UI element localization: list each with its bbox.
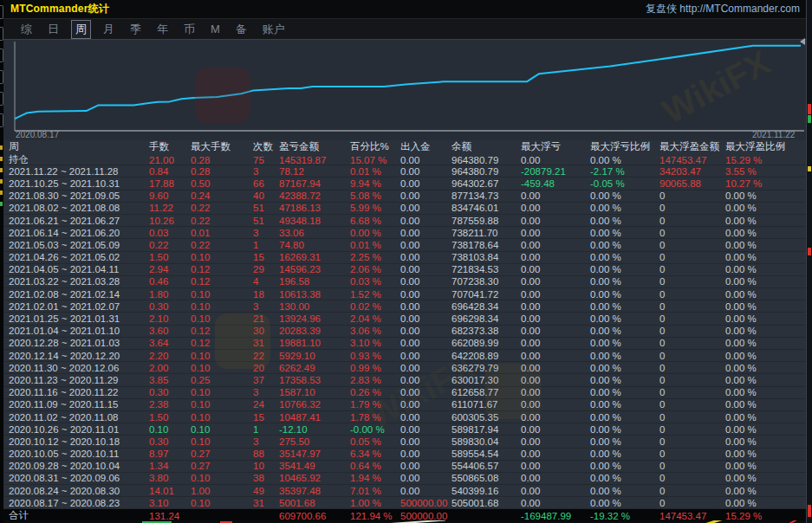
table-row[interactable]: 2020.09.28 ~ 2020.10.041.340.27103541.49… — [3, 461, 807, 473]
menu-item-M[interactable]: M — [207, 22, 224, 36]
cell: 2020.11.23 ~ 2020.11.29 — [9, 375, 149, 385]
table-row[interactable]: 2021.06.21 ~ 2021.06.2710.260.225149348.… — [3, 215, 807, 227]
menu-item-周[interactable]: 周 — [71, 20, 91, 39]
table-row[interactable]: 2020.08.24 ~ 2020.08.3014.011.004935397.… — [3, 485, 807, 497]
cell: 0.01 — [191, 228, 253, 238]
column-header[interactable]: 最大浮盈金额 — [659, 140, 725, 153]
menu-item-备[interactable]: 备 — [232, 21, 250, 38]
cell: -0.00 % — [350, 424, 400, 435]
brand-link[interactable]: 复盘侠 http://MTCommander.com — [646, 2, 800, 16]
menu-item-币[interactable]: 币 — [180, 21, 198, 38]
cell: 3.55 % — [725, 166, 807, 177]
table-row[interactable]: 2020.08.17 ~ 2020.08.233.100.10315001.68… — [3, 497, 807, 509]
table-row[interactable]: 2021.08.30 ~ 2021.09.059.600.244042388.7… — [3, 190, 807, 203]
table-row[interactable]: 2021.02.08 ~ 2021.02.141.800.101810613.3… — [3, 288, 807, 300]
cell: 0.00 — [521, 412, 590, 423]
column-header[interactable]: 最大手数 — [191, 140, 253, 153]
menu-item-综[interactable]: 综 — [17, 21, 36, 38]
table-row[interactable]: 2021.10.25 ~ 2021.10.3117.880.506687167.… — [3, 178, 807, 190]
table-row[interactable]: 2020.12.14 ~ 2020.12.202.200.10225929.10… — [3, 350, 807, 362]
table-row[interactable]: 2020.10.26 ~ 2020.11.010.100.101-12.10-0… — [3, 423, 807, 436]
table-row[interactable]: 2020.08.31 ~ 2020.09.063.800.103810465.9… — [3, 473, 807, 485]
table-row[interactable]: 2021.03.22 ~ 2021.03.280.460.124196.580.… — [3, 276, 807, 288]
menu-item-日[interactable]: 日 — [44, 21, 62, 38]
cell: 0.00 % — [590, 313, 659, 324]
table-row[interactable]: 2021.06.14 ~ 2021.06.200.030.01333.060.0… — [3, 227, 807, 239]
cell: 20283.39 — [279, 326, 350, 336]
cell: 0.00 % — [590, 240, 659, 250]
cell: 0 — [659, 449, 725, 459]
cell: 0.03 % — [350, 276, 400, 287]
cell: 34203.47 — [659, 166, 725, 177]
column-header[interactable]: 最大浮亏 — [521, 140, 590, 153]
cell: 2021.04.05 ~ 2021.04.11 — [9, 264, 149, 274]
column-header[interactable]: 手数 — [149, 140, 191, 153]
cell: 3 — [253, 301, 279, 312]
table-row[interactable]: 2021.04.26 ~ 2021.05.021.500.101516269.3… — [3, 252, 807, 264]
cell: 0.00 — [400, 190, 451, 201]
edge-tick — [808, 166, 811, 171]
menu-item-年[interactable]: 年 — [153, 21, 172, 38]
menu-item-季[interactable]: 季 — [127, 21, 145, 38]
column-header[interactable]: 次数 — [253, 140, 279, 153]
cell: 0.00 — [400, 449, 451, 459]
column-header[interactable]: 最大浮亏比例 — [590, 140, 659, 153]
table-row[interactable]: 2021.04.05 ~ 2021.04.112.940.122914596.2… — [3, 264, 807, 276]
table-row[interactable]: 2021.01.25 ~ 2021.01.312.100.102113924.9… — [3, 313, 807, 325]
table-row[interactable]: 2020.11.16 ~ 2020.11.220.300.1031587.100… — [3, 387, 807, 399]
cell: 3.10 % — [350, 338, 400, 348]
cell: 0.00 — [400, 473, 451, 483]
cell: 5929.10 — [279, 351, 350, 361]
splitter-arrow-icon[interactable] — [800, 38, 805, 45]
table-row[interactable]: 2020.12.28 ~ 2021.01.033.640.123119881.1… — [3, 338, 807, 350]
cell: 3 — [253, 228, 279, 238]
column-header[interactable]: 盈亏金额 — [279, 140, 350, 153]
chart-x-start-label: 2020.08.17 — [16, 130, 59, 139]
cell: 662089.99 — [451, 338, 521, 348]
cell: 15 — [253, 252, 279, 262]
cell: 0 — [659, 363, 725, 373]
cell: 0.00 % — [725, 338, 807, 348]
menu-item-月[interactable]: 月 — [100, 21, 118, 38]
cell: 30 — [253, 326, 279, 336]
column-header[interactable]: 出入金 — [400, 140, 451, 153]
cell: 2.20 — [149, 351, 191, 361]
menu-item-账户[interactable]: 账户 — [259, 21, 289, 38]
table-row[interactable]: 2021.05.03 ~ 2021.05.090.220.22174.800.0… — [3, 239, 807, 251]
table-row[interactable]: 2021.08.02 ~ 2021.08.0811.220.225147186.… — [3, 203, 807, 215]
table-row[interactable]: 2020.11.30 ~ 2020.12.062.000.10206262.49… — [3, 362, 807, 374]
table-row[interactable]: 2020.10.05 ~ 2020.10.118.970.278835147.9… — [3, 449, 807, 461]
cell: 0.00 % — [590, 461, 659, 471]
table-row[interactable]: 2021.01.04 ~ 2021.01.103.600.123020283.3… — [3, 326, 807, 338]
column-header[interactable]: 周 — [9, 140, 149, 153]
column-header[interactable]: 余额 — [451, 140, 521, 153]
cell: 0.99 % — [350, 363, 400, 373]
table-row[interactable]: 2020.11.09 ~ 2020.11.152.380.102410766.3… — [3, 399, 807, 411]
table-body: 持仓21.000.2875145319.8715.07 %0.00964380.… — [3, 153, 807, 521]
table-row[interactable]: 2021.11.22 ~ 2021.11.280.840.28378.120.0… — [3, 165, 807, 178]
cell: 0.00 — [521, 387, 590, 397]
cell: 0.00 % — [590, 399, 659, 410]
cell: 0.00 — [521, 338, 590, 348]
cell: -12.10 — [279, 424, 350, 435]
table-row[interactable]: 2020.10.12 ~ 2020.10.180.300.103275.500.… — [3, 436, 807, 448]
menu-bar: 综日周月季年币M备账户 — [3, 19, 807, 39]
cell: 0.00 % — [725, 264, 807, 274]
cell: 540399.16 — [451, 486, 521, 496]
cell: 0 — [659, 252, 725, 262]
column-header[interactable]: 最大浮盈比例 — [725, 140, 807, 153]
table-row[interactable]: 2020.11.02 ~ 2020.11.081.500.101510487.4… — [3, 411, 807, 423]
cell: 2020.11.02 ~ 2020.11.08 — [9, 412, 149, 423]
cell: 3.10 — [149, 498, 191, 508]
cell: 6.34 % — [350, 449, 400, 459]
cell: 11.22 — [149, 203, 191, 213]
cell: 21 — [253, 313, 279, 324]
table-row[interactable]: 持仓21.000.2875145319.8715.07 %0.00964380.… — [3, 153, 807, 165]
cell: 0.00 % — [725, 216, 807, 226]
column-header[interactable]: 百分比% — [350, 140, 400, 153]
cell: 1.00 % — [350, 498, 400, 508]
table-row[interactable]: 2020.11.23 ~ 2020.11.293.850.253717358.5… — [3, 374, 807, 386]
table-row[interactable]: 2021.02.01 ~ 2021.02.070.300.103130.000.… — [3, 300, 807, 313]
cell: 2.06 % — [350, 264, 400, 274]
cell: 0.00 % — [590, 326, 659, 336]
